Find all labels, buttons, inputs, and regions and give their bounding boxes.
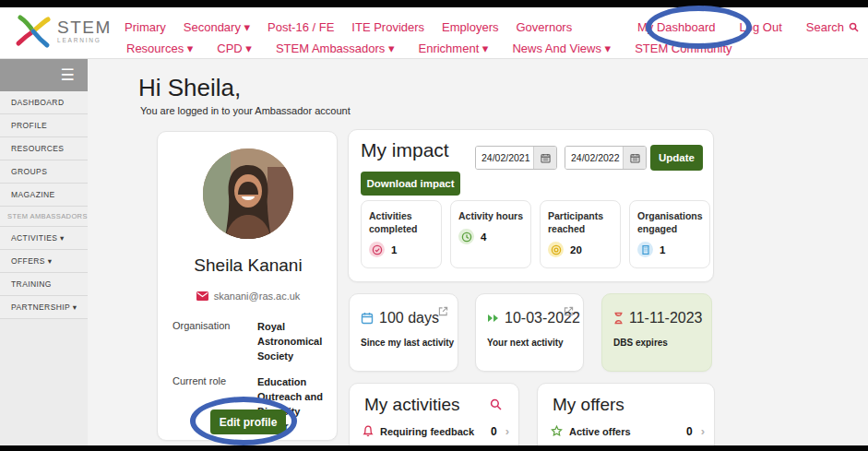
- next-activity-card[interactable]: 10-03-2022 Your next activity: [475, 293, 584, 372]
- my-activities-card: My activities Requiring feedback 0 ›: [349, 383, 519, 451]
- calendar-picker-icon[interactable]: [533, 147, 556, 169]
- nav-primary[interactable]: Primary: [125, 20, 166, 34]
- last-activity-label: Since my last activity: [361, 338, 454, 348]
- organisation-value: Royal Astronomical Society: [257, 320, 329, 364]
- chevron-right-icon: ›: [505, 424, 509, 438]
- date-from-field: [475, 146, 557, 170]
- nav-enrichment[interactable]: Enrichment ▾: [419, 42, 489, 55]
- sidebar-item-offers[interactable]: OFFERS ▾: [0, 250, 88, 273]
- nav-search[interactable]: Search: [806, 20, 859, 34]
- stat-organisations-engaged: Organisations engaged 1: [629, 200, 710, 268]
- sidebar-item-activities[interactable]: ACTIVITIES ▾: [0, 227, 88, 250]
- top-black-bar: [0, 0, 868, 7]
- nav-secondary[interactable]: Secondary ▾: [184, 20, 250, 34]
- nav-ite-providers[interactable]: ITE Providers: [351, 20, 424, 34]
- calendar-picker-icon[interactable]: [623, 147, 646, 169]
- profile-card: Sheila Kanani skanani@ras.ac.uk Organisa…: [157, 131, 338, 441]
- stat-activities-completed: Activities completed 1: [361, 200, 442, 268]
- sidebar-header: ☰: [0, 59, 88, 91]
- impact-stats-row: Activities completed 1 Activity hours: [361, 200, 710, 268]
- organisation-label: Organisation: [172, 320, 257, 364]
- active-offers-row[interactable]: Active offers 0 ›: [551, 424, 705, 438]
- sidebar-item-magazine[interactable]: MAGAZINE: [0, 184, 88, 207]
- profile-email[interactable]: skanani@ras.ac.uk: [214, 291, 301, 302]
- download-impact-button[interactable]: Download impact: [361, 172, 460, 196]
- nav-employers[interactable]: Employers: [442, 20, 498, 34]
- external-link-icon[interactable]: [438, 306, 448, 316]
- clock-icon: [458, 229, 474, 244]
- my-impact-card: My impact Update: [348, 129, 714, 282]
- sidebar-item-training[interactable]: TRAINING: [0, 273, 88, 296]
- nav-stem-ambassadors[interactable]: STEM Ambassadors ▾: [276, 42, 395, 55]
- nav-news-and-views[interactable]: News And Views ▾: [512, 42, 611, 55]
- sidebar-item-partnership[interactable]: PARTNERSHIP ▾: [0, 296, 88, 319]
- stem-learning-logo[interactable]: STEM LEARNING: [15, 13, 112, 50]
- fast-forward-icon: [487, 313, 499, 324]
- bottom-black-bar: [0, 445, 868, 451]
- email-icon: [196, 291, 208, 301]
- page-subtitle: You are logged in to your Ambassador acc…: [140, 105, 351, 116]
- nav-my-dashboard[interactable]: My Dashboard: [637, 20, 716, 34]
- logo-title: STEM: [57, 18, 112, 36]
- chevron-right-icon: ›: [701, 424, 705, 438]
- stat-participants-reached: Participants reached 20: [540, 200, 621, 268]
- hourglass-icon: [613, 312, 624, 325]
- sidebar: ☰ DASHBOARD PROFILE RESOURCES GROUPS MAG…: [0, 59, 88, 451]
- update-button[interactable]: Update: [650, 145, 703, 171]
- profile-email-row: skanani@ras.ac.uk: [158, 291, 339, 302]
- profile-name: Sheila Kanani: [158, 255, 339, 276]
- requiring-feedback-row[interactable]: Requiring feedback 0 ›: [363, 424, 509, 438]
- my-impact-title: My impact: [361, 139, 449, 161]
- search-icon: [849, 22, 859, 32]
- dbs-expires-value: 11-11-2023: [629, 310, 702, 326]
- star-icon: [551, 425, 563, 437]
- date-to-field: [565, 146, 647, 170]
- dbs-expires-card: 11-11-2023 DBS expires: [601, 293, 712, 372]
- stem-x-icon: [15, 13, 52, 50]
- main-nav: Primary Secondary ▾ Post-16 / FE ITE Pro…: [125, 7, 859, 59]
- site-header: STEM LEARNING Primary Secondary ▾ Post-1…: [0, 7, 868, 59]
- hamburger-menu-icon[interactable]: ☰: [54, 65, 80, 85]
- bell-icon: [363, 425, 374, 437]
- date-to-input[interactable]: [565, 147, 623, 169]
- nav-stem-community[interactable]: STEM Community: [635, 42, 731, 55]
- nav-cpd[interactable]: CPD ▾: [217, 42, 252, 55]
- check-circle-icon: [369, 242, 385, 257]
- my-activities-title: My activities: [364, 395, 459, 415]
- page-title: Hi Sheila,: [138, 74, 241, 102]
- sidebar-section-stem-ambassadors: STEM AMBASSADORS: [0, 207, 88, 227]
- sidebar-item-groups[interactable]: GROUPS: [0, 160, 88, 184]
- building-icon: [637, 242, 653, 257]
- requiring-feedback-count: 0: [491, 425, 497, 438]
- nav-governors[interactable]: Governors: [517, 20, 573, 34]
- stat-activity-hours: Activity hours 4: [450, 200, 531, 268]
- nav-post16-fe[interactable]: Post-16 / FE: [268, 20, 334, 34]
- edit-profile-button[interactable]: Edit profile: [210, 409, 286, 434]
- sidebar-item-dashboard[interactable]: DASHBOARD: [0, 91, 88, 114]
- main-content: Hi Sheila, You are logged in to your Amb…: [88, 59, 868, 451]
- external-link-icon[interactable]: [564, 306, 574, 316]
- days-since-value: 100 days: [379, 310, 439, 326]
- logo-subtitle: LEARNING: [57, 38, 112, 44]
- nav-resources[interactable]: Resources ▾: [126, 42, 193, 55]
- target-icon: [548, 242, 564, 257]
- calendar-icon: [361, 312, 374, 325]
- my-offers-card: My offers Active offers 0 ›: [537, 383, 715, 451]
- dbs-expires-label: DBS expires: [613, 338, 668, 348]
- my-offers-title: My offers: [553, 395, 624, 415]
- active-offers-count: 0: [686, 425, 693, 438]
- next-activity-label: Your next activity: [487, 338, 564, 348]
- nav-log-out[interactable]: Log Out: [740, 20, 782, 34]
- last-activity-card[interactable]: 100 days Since my last activity: [349, 293, 458, 372]
- sidebar-item-resources[interactable]: RESOURCES: [0, 137, 88, 160]
- avatar: [203, 148, 293, 239]
- sidebar-item-profile[interactable]: PROFILE: [0, 114, 88, 137]
- date-from-input[interactable]: [476, 147, 533, 169]
- activities-search-icon[interactable]: [490, 398, 502, 410]
